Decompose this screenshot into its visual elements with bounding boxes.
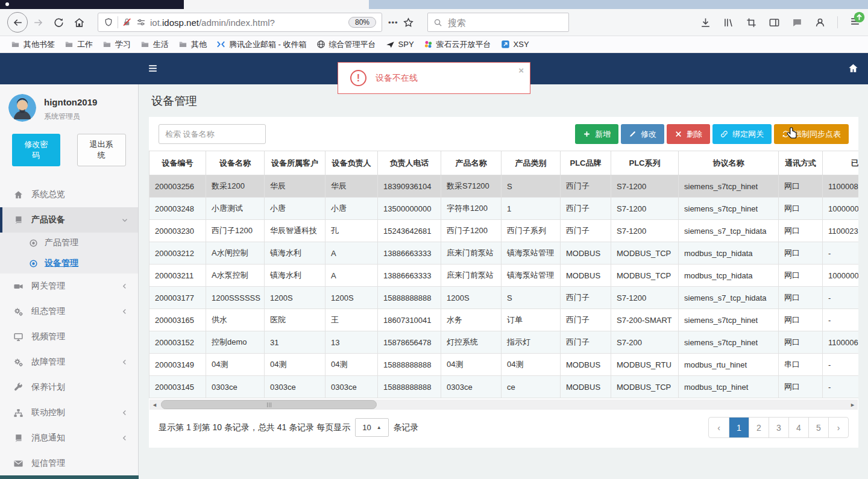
bookmark-label: 综合管理平台 — [329, 39, 376, 50]
column-header[interactable]: 通讯方式 — [779, 151, 823, 175]
sidebar-toggle-icon[interactable] — [769, 17, 780, 28]
forward-button[interactable] — [28, 12, 48, 33]
table-row[interactable]: 2000031450303ce0303ce0303ce1588888888803… — [149, 376, 859, 398]
bookmark-item[interactable]: 其他 — [174, 38, 212, 51]
page-button[interactable]: 4 — [788, 418, 808, 437]
bookmark-item[interactable]: 萤石云开放平台 — [419, 38, 496, 51]
action-bind-gateway-button[interactable]: 绑定网关 — [712, 124, 772, 144]
page-button[interactable]: 2 — [749, 418, 769, 437]
page-button[interactable]: 3 — [769, 418, 788, 437]
sidebar-item-fault-manage[interactable]: 故障管理 — [0, 349, 138, 375]
table-row[interactable]: 200003212A水闸控制镇海水利A13886663333庶来门前泵站镇海泵站… — [149, 242, 859, 265]
avatar[interactable] — [8, 94, 36, 122]
page-button[interactable]: ‹ — [709, 418, 729, 437]
action-delete-button[interactable]: 删除 — [667, 124, 710, 144]
browser-home-button[interactable] — [69, 12, 89, 33]
insecure-lock-icon[interactable] — [122, 17, 132, 27]
sidebar-item-linkage-control[interactable]: 联动控制 — [0, 400, 138, 425]
sidebar-item-maintain-plan[interactable]: 保养计划 — [0, 375, 138, 400]
bookmark-item[interactable]: 学习 — [98, 38, 136, 51]
table-row[interactable]: 200003152控制demo311315878656478灯控系统指示灯西门子… — [149, 331, 859, 354]
bookmark-item[interactable]: 其他书签 — [6, 38, 60, 51]
scroll-right-arrow[interactable]: ► — [848, 399, 858, 410]
alert-close-button[interactable]: × — [518, 65, 524, 75]
device-search-input[interactable] — [159, 124, 266, 144]
device-panel: 新增修改删除绑定网关强制同步点表 设备编号设备名称设备所属客户设备负责人负责人电… — [149, 117, 858, 448]
change-password-button[interactable]: 修改密码 — [12, 134, 60, 166]
bookmark-star-button[interactable] — [398, 12, 419, 33]
table-cell: 网口 — [779, 220, 823, 242]
app-home-button[interactable] — [848, 63, 859, 77]
action-button-group: 新增修改删除绑定网关强制同步点表 — [575, 124, 849, 144]
column-header[interactable]: PLC系列 — [611, 151, 679, 175]
sidebar-item-gateway-manage[interactable]: 网关管理 — [0, 274, 138, 299]
table-row[interactable]: 200003165供水医院王18607310041水务订单西门子S7-200-S… — [149, 309, 859, 331]
bookmark-item[interactable]: XSY — [496, 39, 534, 50]
sidebar-item-product-device[interactable]: 产品设备 — [0, 207, 138, 233]
column-header[interactable]: 设备名称 — [206, 151, 265, 175]
column-header[interactable]: 产品类别 — [502, 151, 561, 175]
action-add-button[interactable]: 新增 — [575, 124, 618, 144]
permissions-icon[interactable] — [136, 17, 146, 27]
zoom-level-badge[interactable]: 80% — [348, 17, 376, 28]
bookmark-item[interactable]: 工作 — [60, 38, 98, 51]
column-header[interactable]: 设备负责人 — [326, 151, 378, 175]
back-button[interactable] — [7, 12, 28, 33]
account-icon[interactable] — [814, 17, 826, 28]
sidebar-item-hmi-manage[interactable]: 组态管理 — [0, 299, 138, 324]
table-row[interactable]: 200003211A水泵控制镇海水利A13886663333庶来门前泵站镇海泵站… — [149, 265, 859, 287]
horizontal-scrollbar[interactable]: ◄ ► — [149, 399, 858, 410]
active-browser-tab[interactable] — [184, 0, 369, 9]
sidebar-item-message-notify[interactable]: 消息通知 — [0, 425, 138, 451]
table-cell: modbus_tcp_hidata — [679, 265, 779, 287]
column-header[interactable]: 设备编号 — [149, 151, 206, 175]
table-row[interactable]: 20000314904测04测04测1588888888804测04测MODBU… — [149, 354, 859, 376]
column-header[interactable]: 已绑定网关 — [823, 151, 859, 175]
table-row[interactable]: 200003256数采1200华辰华辰18390936104数采S71200S西… — [149, 175, 859, 198]
column-header[interactable]: 设备所属客户 — [265, 151, 326, 175]
scrollbar-thumb[interactable] — [161, 400, 377, 409]
sidebar-item-video-manage[interactable]: 视频管理 — [0, 324, 138, 349]
menu-button[interactable] — [849, 16, 861, 30]
browser-search-box[interactable] — [427, 13, 569, 32]
page-button[interactable]: 1 — [729, 418, 749, 437]
shield-icon[interactable] — [104, 17, 113, 27]
scrollbar-track[interactable] — [160, 399, 848, 410]
action-edit-button[interactable]: 修改 — [621, 124, 664, 144]
table-cell: - — [823, 354, 859, 376]
table-row[interactable]: 2000031771200SSSSSS1200S1200S15888888888… — [149, 287, 859, 309]
screenshot-icon[interactable] — [746, 17, 757, 28]
bookmark-item[interactable]: 生活 — [136, 38, 174, 51]
table-row[interactable]: 200003230西门子1200华辰智通科技孔15243642681西门子120… — [149, 220, 859, 242]
bookmark-item[interactable]: 腾讯企业邮箱 - 收件箱 — [212, 38, 312, 51]
page-actions-icon[interactable]: ••• — [388, 18, 398, 27]
table-row[interactable]: 200003248小唐测试小唐小唐13500000000字符串12001西门子S… — [149, 198, 859, 220]
sidebar-item-device-manage[interactable]: 设备管理 — [0, 253, 138, 274]
gears-icon — [13, 357, 24, 368]
sidebar-item-system-overview[interactable]: 系统总览 — [0, 182, 138, 207]
table-cell: siemens_s7tcp_hinet — [679, 175, 779, 198]
page-size-select[interactable]: 10 ▲ — [355, 418, 388, 437]
table-cell: 31 — [265, 331, 326, 354]
globe-icon — [316, 40, 326, 49]
column-header[interactable]: PLC品牌 — [561, 151, 611, 175]
sidebar-item-product-manage[interactable]: 产品管理 — [0, 233, 138, 253]
reload-button[interactable] — [48, 12, 69, 33]
library-icon[interactable] — [723, 17, 734, 28]
column-header[interactable]: 产品名称 — [441, 151, 502, 175]
bookmark-item[interactable]: SPY — [381, 39, 419, 50]
download-icon[interactable] — [700, 17, 711, 28]
bookmark-item[interactable]: 综合管理平台 — [312, 38, 381, 51]
column-header[interactable]: 负责人电话 — [378, 151, 441, 175]
sidebar-collapse-button[interactable] — [147, 63, 159, 77]
browser-search-input[interactable] — [448, 17, 563, 28]
pocket-chat-icon[interactable] — [791, 17, 803, 28]
page-button[interactable]: 5 — [808, 418, 828, 437]
table-cell: 灯控系统 — [441, 331, 502, 354]
page-button[interactable]: › — [828, 418, 848, 437]
sidebar-item-sms-manage[interactable]: 短信管理 — [0, 451, 138, 475]
logout-button[interactable]: 退出系统 — [77, 134, 127, 166]
column-header[interactable]: 协议名称 — [679, 151, 779, 175]
scroll-left-arrow[interactable]: ◄ — [149, 399, 160, 410]
url-bar[interactable]: iot.idosp.net/admin/index.html? 80% — [98, 13, 382, 32]
